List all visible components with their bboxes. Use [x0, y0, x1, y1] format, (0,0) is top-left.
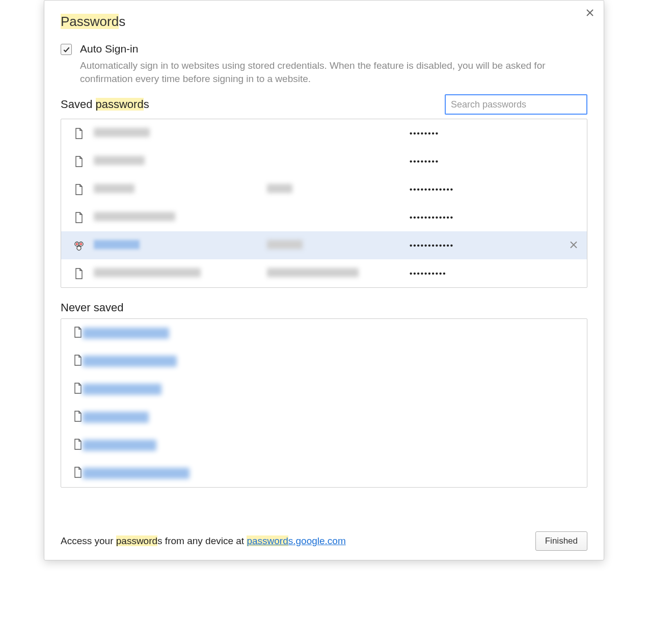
- document-icon: [73, 355, 83, 368]
- list-item[interactable]: [61, 431, 587, 459]
- auto-signin-checkbox[interactable]: [61, 44, 72, 55]
- password-cell: ••••••••••••: [410, 241, 575, 250]
- saved-passwords-table: ••••••••••••••••••••••••••••••••••••••••…: [61, 119, 587, 288]
- title-highlight: Password: [61, 14, 119, 29]
- site-cell: [94, 156, 267, 167]
- favicon-icon: [73, 239, 85, 252]
- username-cell: [267, 240, 410, 251]
- dialog-footer: Access your passwords from any device at…: [61, 531, 587, 551]
- page-title: Passwords: [61, 14, 587, 30]
- password-cell: ••••••••: [410, 129, 575, 138]
- delete-entry-icon[interactable]: [570, 239, 578, 251]
- password-cell: ••••••••: [410, 157, 575, 166]
- table-row[interactable]: ••••••••: [61, 119, 587, 147]
- finished-button[interactable]: Finished: [535, 531, 587, 551]
- site-cell: [83, 440, 156, 451]
- auto-signin-row: Auto Sign-in: [61, 43, 587, 55]
- site-cell: [83, 468, 190, 479]
- saved-passwords-header: Saved passwords: [61, 94, 587, 115]
- document-icon: [73, 211, 85, 224]
- username-cell: [267, 268, 410, 279]
- footer-text: Access your passwords from any device at…: [61, 535, 346, 547]
- list-item[interactable]: [61, 375, 587, 403]
- svg-point-6: [77, 246, 81, 250]
- password-cell: ••••••••••: [410, 269, 575, 278]
- document-icon: [73, 327, 83, 340]
- password-cell: ••••••••••••: [410, 185, 575, 194]
- site-cell: [94, 240, 267, 251]
- site-cell: [83, 328, 169, 339]
- document-icon: [73, 183, 85, 196]
- document-icon: [73, 127, 85, 140]
- site-cell: [94, 268, 267, 279]
- passwords-google-link[interactable]: passwords.google.com: [247, 535, 345, 546]
- auto-signin-label: Auto Sign-in: [80, 43, 138, 55]
- table-row[interactable]: ••••••••••••: [61, 175, 587, 203]
- svg-point-5: [80, 243, 82, 245]
- site-cell: [83, 384, 161, 395]
- site-cell: [83, 412, 149, 423]
- table-row[interactable]: ••••••••••: [61, 259, 587, 287]
- auto-signin-description: Automatically sign in to websites using …: [80, 59, 587, 85]
- table-row[interactable]: ••••••••••••: [61, 203, 587, 231]
- search-input[interactable]: [445, 94, 587, 115]
- password-cell: ••••••••••••: [410, 213, 575, 222]
- list-item[interactable]: [61, 319, 587, 347]
- table-row[interactable]: ••••••••••••: [61, 231, 587, 259]
- saved-passwords-title: Saved passwords: [61, 98, 149, 111]
- document-icon: [73, 383, 83, 396]
- title-tail: s: [119, 14, 125, 29]
- table-row[interactable]: ••••••••: [61, 147, 587, 175]
- close-icon[interactable]: [584, 8, 596, 19]
- site-cell: [94, 212, 267, 223]
- document-icon: [73, 411, 83, 424]
- username-cell: [267, 184, 410, 195]
- document-icon: [73, 267, 85, 280]
- never-saved-table: [61, 318, 587, 488]
- site-cell: [94, 184, 267, 195]
- never-saved-title: Never saved: [61, 301, 587, 314]
- site-cell: [83, 356, 177, 367]
- document-icon: [73, 467, 83, 480]
- list-item[interactable]: [61, 347, 587, 375]
- list-item[interactable]: [61, 459, 587, 487]
- svg-point-4: [76, 243, 78, 245]
- list-item[interactable]: [61, 403, 587, 431]
- document-icon: [73, 155, 85, 168]
- passwords-dialog: Passwords Auto Sign-in Automatically sig…: [44, 0, 604, 560]
- document-icon: [73, 439, 83, 452]
- site-cell: [94, 128, 267, 139]
